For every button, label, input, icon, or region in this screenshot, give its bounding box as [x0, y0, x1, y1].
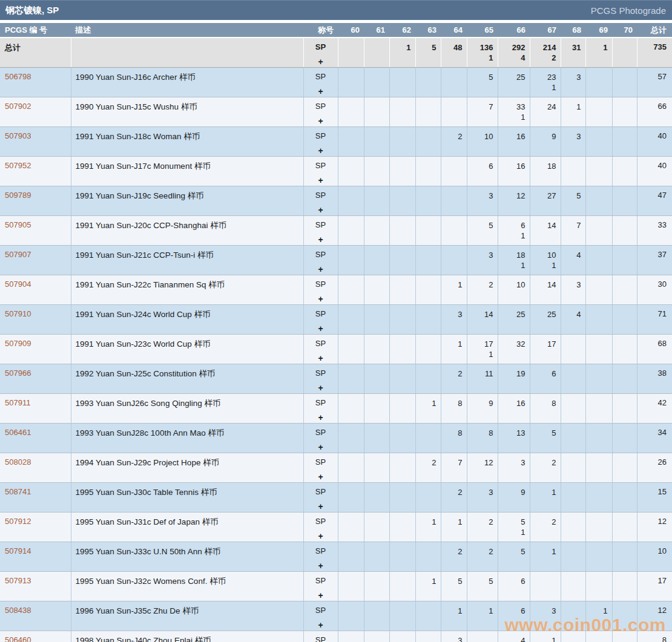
pcgs-number-link[interactable]: 507911 — [5, 398, 30, 407]
grade-count — [613, 576, 633, 586]
grade-65-cell: 2 — [467, 275, 498, 305]
grade-65-cell: 5 — [467, 68, 498, 97]
grade-count — [416, 191, 436, 201]
grade-66-cell: 51 — [498, 513, 530, 542]
grade-68-cell — [561, 453, 585, 483]
designation-cell: SP+ — [303, 394, 338, 424]
grade-67-cell: 3 — [530, 601, 561, 631]
grade-63-cell — [415, 97, 441, 127]
designation-cell: SP+ — [303, 513, 338, 542]
table-header: PCGS 编 号 描述 称号 60 61 62 63 64 65 66 67 6… — [0, 23, 672, 38]
grade-count — [338, 576, 360, 586]
grade-count — [586, 161, 608, 171]
grade-63-cell — [415, 483, 441, 513]
grade-count: 7 — [467, 102, 493, 112]
grade-67-cell: 231 — [530, 68, 561, 97]
grade-69-cell: 1 — [585, 601, 612, 631]
table-row: 5079071991 Yuan Sun-J21c CCP-Tsun-i 样币SP… — [0, 246, 672, 275]
grade-62-cell: 1 — [389, 38, 415, 68]
grade-70-cell — [612, 631, 637, 642]
grade-count — [586, 635, 608, 642]
grade-69-cell — [585, 246, 612, 275]
pcgs-number-link[interactable]: 507913 — [5, 576, 31, 585]
grade-count — [561, 606, 581, 616]
grade-68-cell: 3 — [561, 68, 585, 97]
grade-69-cell — [585, 424, 612, 453]
pcgs-number-link[interactable]: 509789 — [5, 191, 31, 200]
grade-62-cell — [389, 97, 415, 127]
pcgs-number-link[interactable]: 507904 — [5, 280, 31, 289]
grade-67-cell: 101 — [530, 246, 561, 275]
pcgs-number-cell: 506798 — [0, 68, 71, 97]
grade-64-cell: 2 — [441, 542, 467, 572]
pcgs-number-link[interactable]: 506461 — [5, 428, 31, 437]
grade-count: 6 — [498, 220, 525, 231]
grade-64-cell — [441, 68, 467, 97]
pcgs-number-link[interactable]: 507952 — [5, 161, 31, 170]
grade-69-cell — [585, 157, 612, 186]
grade-count: 25 — [530, 309, 556, 319]
grade-count — [613, 220, 633, 231]
row-total-cell: 68 — [637, 335, 672, 364]
plus-designation-label: + — [304, 561, 338, 571]
table-row: 5080281994 Yuan Sun-J29c Project Hope 样币… — [0, 453, 672, 483]
grade-count: 27 — [530, 191, 556, 201]
pcgs-number-link[interactable]: 507910 — [5, 309, 31, 318]
grade-67-cell — [530, 572, 561, 601]
grade-67-cell: 6 — [530, 364, 561, 394]
grade-count — [530, 576, 556, 586]
grade-61-cell — [364, 424, 389, 453]
designation-cell: SP+ — [303, 631, 338, 642]
table-row: 5079121995 Yuan Sun-J31c Def of Japan 样币… — [0, 513, 672, 542]
designation-cell: SP+ — [303, 483, 338, 513]
pcgs-number-link[interactable]: 506798 — [5, 72, 31, 81]
grade-66-cell: 16 — [498, 394, 530, 424]
grade-64-cell: 5 — [441, 572, 467, 601]
grade-60-cell — [338, 631, 364, 642]
plus-designation-label: + — [304, 472, 338, 482]
grade-count: 292 — [498, 42, 525, 53]
grade-69-cell — [585, 483, 612, 513]
grade-66-cell: 6 — [498, 572, 530, 601]
pcgs-number-link[interactable]: 507905 — [5, 220, 31, 229]
grade-63-cell — [415, 246, 441, 275]
pcgs-number-link[interactable]: 508741 — [5, 487, 31, 496]
grade-count: 1 — [530, 635, 556, 642]
grade-66-cell: 32 — [498, 335, 530, 364]
grade-61-cell — [364, 483, 389, 513]
grade-66-cell: 13 — [498, 424, 530, 453]
plus-designation-label: + — [304, 620, 338, 631]
pcgs-number-cell: 507910 — [0, 305, 71, 335]
plus-designation-label: + — [304, 175, 338, 186]
pcgs-number-link[interactable]: 507902 — [5, 102, 31, 111]
grade-count — [338, 220, 360, 231]
grade-64-cell: 2 — [441, 127, 467, 157]
grade-count — [613, 368, 633, 379]
col-header-grade-62: 62 — [389, 23, 415, 38]
pcgs-number-link[interactable]: 508438 — [5, 606, 31, 615]
grade-count — [561, 428, 581, 438]
description-cell: 1995 Yuan Sun-J30c Table Tennis 样币 — [71, 483, 303, 513]
pcgs-number-cell: 508438 — [0, 601, 71, 631]
grade-count — [416, 131, 436, 142]
pcgs-number-link[interactable]: 508028 — [5, 457, 31, 467]
grade-count — [364, 635, 385, 642]
pcgs-number-link[interactable]: 506460 — [5, 635, 31, 642]
pcgs-number-link[interactable]: 507909 — [5, 339, 31, 348]
pcgs-number-link[interactable]: 507966 — [5, 368, 31, 378]
grade-count — [561, 398, 581, 408]
grade-count: 6 — [530, 368, 556, 379]
grade-60-cell — [338, 127, 364, 157]
plus-designation-label: + — [304, 264, 338, 275]
grade-64-cell: 1 — [441, 513, 467, 542]
pcgs-number-link[interactable]: 507903 — [5, 131, 31, 140]
pcgs-number-link[interactable]: 507907 — [5, 250, 31, 259]
grade-plus-count: 1 — [467, 53, 493, 63]
grade-62-cell — [389, 157, 415, 186]
grade-64-cell: 1 — [441, 275, 467, 305]
grade-count — [338, 606, 360, 616]
grade-count — [390, 428, 411, 438]
pcgs-number-link[interactable]: 507914 — [5, 546, 31, 555]
photograde-link[interactable]: PCGS Photograde — [591, 5, 666, 16]
pcgs-number-link[interactable]: 507912 — [5, 517, 31, 526]
